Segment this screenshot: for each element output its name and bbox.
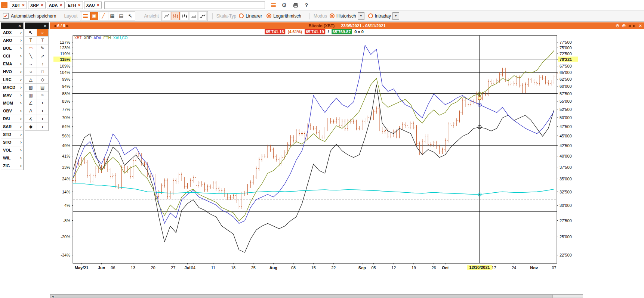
percent-axis-label: 83% bbox=[62, 99, 70, 103]
percent-axis-label: 64% bbox=[62, 124, 70, 129]
price-axis-label: 47'500 bbox=[560, 124, 572, 129]
x-axis-label: 13 bbox=[131, 266, 135, 270]
price-highlight-label: 70'221 bbox=[560, 57, 572, 62]
price-axis-label: 35'000 bbox=[560, 177, 572, 181]
chart-canvas[interactable]: 77'500127%75'000123%72'500119%67'500109%… bbox=[0, 0, 644, 298]
percent-axis-label: 94% bbox=[62, 84, 70, 89]
percent-axis-label: -34% bbox=[61, 253, 70, 257]
percent-axis-label: 24% bbox=[62, 177, 70, 181]
price-axis-label: 75'000 bbox=[560, 46, 572, 50]
x-axis-label: 05 bbox=[371, 266, 376, 270]
x-axis-label: 06 bbox=[111, 266, 115, 270]
x-axis-label: Sep bbox=[358, 266, 366, 270]
horizontal-scrollbar[interactable]: ◀ bbox=[50, 294, 583, 298]
legend-item: XAU,CO bbox=[113, 36, 128, 40]
percent-axis-label: 109% bbox=[60, 64, 70, 68]
zoom-out-button[interactable]: ⊖ bbox=[616, 23, 620, 28]
percent-axis-label: 56% bbox=[62, 134, 70, 138]
price-axis-label: 30'000 bbox=[560, 203, 572, 208]
x-axis-label: 12 bbox=[391, 266, 396, 270]
x-axis-label: Nov bbox=[530, 266, 538, 270]
price-axis-label: 52'500 bbox=[560, 107, 572, 112]
price-axis-label: 67'500 bbox=[560, 64, 572, 68]
plot-background bbox=[73, 35, 557, 263]
price-axis-label: 72'500 bbox=[560, 52, 572, 56]
percent-axis-label: 123% bbox=[60, 46, 70, 50]
legend-item: ETH bbox=[104, 36, 111, 40]
legend-item: XBT bbox=[74, 36, 81, 40]
x-axis-label: 27 bbox=[171, 266, 175, 270]
x-axis-label: 07 bbox=[552, 266, 556, 270]
x-axis-label: 19 bbox=[412, 266, 416, 270]
price-axis-label: 65'000 bbox=[560, 70, 572, 75]
close-chart-button[interactable]: × bbox=[639, 23, 642, 28]
x-axis-label: 26 bbox=[431, 266, 436, 270]
percent-axis-label: 4% bbox=[64, 203, 70, 208]
price-axis-label: 22'500 bbox=[560, 253, 572, 257]
price-axis-label: 45'000 bbox=[560, 134, 572, 138]
price-axis-label: 62'500 bbox=[560, 77, 572, 81]
x-axis-label: 20 bbox=[151, 266, 155, 270]
percent-axis-label: 127% bbox=[60, 40, 70, 44]
x-axis-label: 25 bbox=[251, 266, 256, 270]
x-axis-label: 24 bbox=[512, 266, 516, 270]
price-axis-label: 40'000 bbox=[560, 154, 572, 158]
x-axis-label: 17 bbox=[492, 266, 496, 270]
percent-axis-label: 33% bbox=[62, 165, 70, 170]
x-axis-label: 04 bbox=[191, 266, 195, 270]
crosshair-date-label: 12/10/2021 bbox=[469, 265, 490, 270]
scrollbar-thumb[interactable] bbox=[55, 295, 553, 298]
price-axis-label: 37'500 bbox=[560, 165, 572, 170]
percent-axis-label: 104% bbox=[60, 70, 70, 75]
price-axis-label: 27'500 bbox=[560, 218, 572, 223]
chart-window-controls: ⊖ ⊕ ◀ ▶ × bbox=[614, 23, 642, 28]
x-axis-label: 18 bbox=[231, 266, 235, 270]
scroll-left-button[interactable]: ◀ bbox=[628, 24, 631, 28]
legend-item: XRP bbox=[84, 36, 92, 40]
price-axis-label: 57'500 bbox=[560, 91, 572, 96]
price-axis-label: 60'000 bbox=[560, 84, 572, 89]
price-axis-label: 25'000 bbox=[560, 235, 572, 239]
x-axis-label: 11 bbox=[211, 266, 215, 270]
percent-axis-label: 99% bbox=[62, 77, 70, 81]
percent-axis-label: 77% bbox=[62, 107, 70, 112]
percent-axis-label: -20% bbox=[61, 235, 70, 239]
scrollbar-left-button[interactable]: ◀ bbox=[50, 295, 55, 298]
scroll-right-button[interactable]: ▶ bbox=[633, 24, 635, 28]
x-axis-label: 22 bbox=[331, 266, 336, 270]
scroll-left-icon: ◀ bbox=[52, 295, 54, 298]
percent-axis-label: 14% bbox=[62, 190, 70, 194]
percent-axis-label: 49% bbox=[62, 143, 70, 148]
percent-axis-label: 41% bbox=[62, 154, 70, 158]
price-axis-label: 55'000 bbox=[560, 99, 572, 103]
x-axis-label: Aug bbox=[269, 266, 277, 270]
percent-axis-label: -8% bbox=[63, 218, 70, 223]
xbt-crosshair-marker bbox=[478, 96, 481, 100]
price-axis-label: 77'500 bbox=[560, 40, 572, 44]
x-axis-label: May/21 bbox=[75, 266, 89, 270]
percent-highlight-label: 115% bbox=[60, 57, 70, 62]
percent-axis-label: 119% bbox=[60, 52, 71, 56]
x-axis-label: 15 bbox=[311, 266, 316, 270]
legend-item: ADA bbox=[93, 36, 101, 40]
price-axis-label: 32'500 bbox=[560, 190, 572, 194]
percent-axis-label: 70% bbox=[62, 115, 70, 120]
x-axis-label: Oct bbox=[442, 266, 449, 270]
zoom-in-button[interactable]: ⊕ bbox=[622, 23, 626, 28]
percent-axis-label: 88% bbox=[62, 91, 70, 96]
price-axis-label: 42'500 bbox=[560, 143, 572, 148]
x-axis-label: Jul bbox=[185, 266, 191, 270]
x-axis-label: Jun bbox=[98, 266, 105, 270]
price-axis-label: 50'000 bbox=[560, 115, 572, 120]
x-axis-label: 08 bbox=[291, 266, 296, 270]
